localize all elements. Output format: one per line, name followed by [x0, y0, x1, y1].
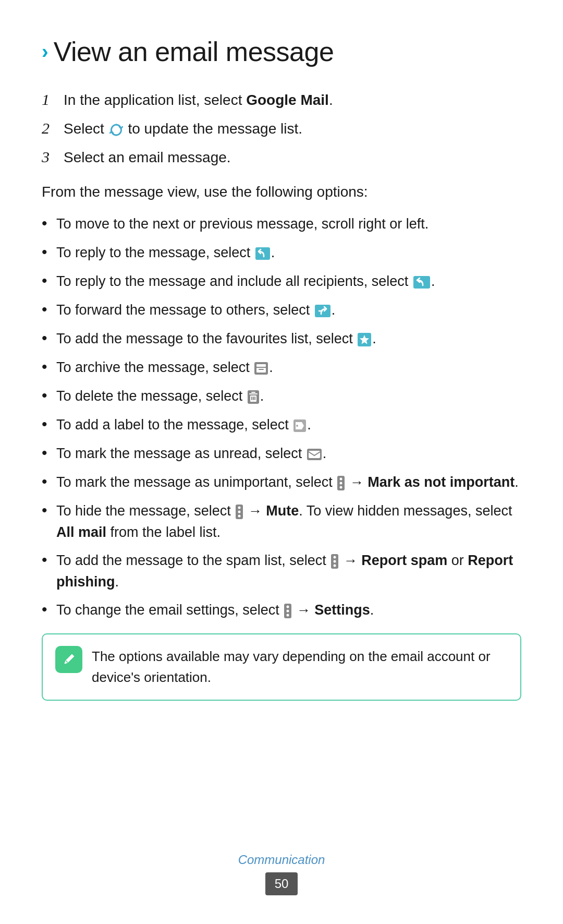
- list-item: To delete the message, select .: [42, 383, 521, 407]
- bullet-text: To mark the message as unimportant, sele…: [56, 472, 521, 493]
- archive-icon: [254, 362, 268, 375]
- bullet-text: To reply to the message, select .: [56, 242, 521, 263]
- bullet-text: To add a label to the message, select .: [56, 414, 521, 436]
- bullet-text: To reply to the message and include all …: [56, 271, 521, 292]
- step-2-text: Select to update the message list.: [64, 118, 302, 140]
- list-item: To reply to the message and include all …: [42, 269, 521, 292]
- forward-icon: [315, 305, 331, 317]
- svg-point-33: [287, 605, 289, 608]
- step-1-number: 1: [42, 88, 56, 111]
- bullet-text: To change the email settings, select → S…: [56, 599, 521, 621]
- menu-dots-icon-3: [331, 554, 338, 569]
- star-icon: [358, 333, 371, 346]
- page-title-container: › View an email message: [42, 31, 521, 72]
- svg-point-25: [238, 506, 241, 509]
- svg-point-27: [238, 514, 241, 517]
- list-item: To mark the message as unimportant, sele…: [42, 470, 521, 493]
- list-item: To add the message to the spam list, sel…: [42, 548, 521, 592]
- svg-rect-13: [251, 397, 252, 400]
- svg-rect-14: [253, 397, 254, 400]
- svg-rect-15: [254, 397, 255, 400]
- svg-rect-11: [251, 392, 255, 393]
- step-2-number: 2: [42, 116, 56, 140]
- svg-rect-6: [256, 364, 266, 367]
- step-1: 1 In the application list, select Google…: [42, 88, 521, 111]
- steps-container: 1 In the application list, select Google…: [42, 88, 521, 169]
- svg-point-35: [287, 614, 289, 616]
- list-item: To move to the next or previous message,…: [42, 211, 521, 235]
- bullet-text: To move to the next or previous message,…: [56, 213, 521, 235]
- refresh-icon: [109, 123, 123, 137]
- options-list: To move to the next or previous message,…: [42, 211, 521, 621]
- from-message-text: From the message view, use the following…: [42, 181, 521, 203]
- step-1-text: In the application list, select Google M…: [64, 89, 333, 111]
- footer-page: 50: [265, 872, 298, 895]
- chevron-icon: ›: [42, 37, 48, 67]
- bullet-text: To delete the message, select .: [56, 386, 521, 407]
- list-item: To archive the message, select .: [42, 355, 521, 378]
- bullet-text: To archive the message, select .: [56, 357, 521, 378]
- bullet-text: To add the message to the spam list, sel…: [56, 550, 521, 592]
- unread-icon: [307, 449, 322, 460]
- list-item: To add the message to the favourites lis…: [42, 326, 521, 350]
- step-2: 2 Select to update the message list.: [42, 116, 521, 140]
- bullet-text: To add the message to the favourites lis…: [56, 328, 521, 350]
- note-icon: [55, 646, 82, 673]
- bullet-text: To hide the message, select → Mute. To v…: [56, 500, 521, 543]
- list-item: To change the email settings, select → S…: [42, 597, 521, 621]
- svg-rect-8: [259, 369, 264, 370]
- reply-icon: [255, 247, 270, 260]
- menu-dots-icon-4: [284, 604, 291, 618]
- label-icon: [293, 419, 306, 432]
- bullet-text: To forward the message to others, select…: [56, 299, 521, 321]
- menu-dots-icon: [337, 476, 345, 490]
- step-3: 3 Select an email message.: [42, 145, 521, 169]
- list-item: To reply to the message, select .: [42, 240, 521, 263]
- step-3-number: 3: [42, 145, 56, 169]
- svg-point-23: [340, 486, 342, 488]
- list-item: To mark the message as unread, select .: [42, 441, 521, 464]
- svg-point-31: [334, 564, 336, 567]
- svg-rect-7: [256, 368, 266, 373]
- step-3-text: Select an email message.: [64, 147, 231, 169]
- list-item: To hide the message, select → Mute. To v…: [42, 498, 521, 543]
- svg-point-26: [238, 510, 241, 513]
- bullet-text: To mark the message as unread, select .: [56, 443, 521, 464]
- footer: Communication 50: [0, 850, 563, 895]
- list-item: To forward the message to others, select…: [42, 297, 521, 321]
- note-box: The options available may vary depending…: [42, 633, 521, 701]
- footer-section: Communication: [238, 850, 325, 869]
- svg-point-22: [340, 482, 342, 484]
- svg-point-34: [287, 609, 289, 612]
- note-text: The options available may vary depending…: [92, 646, 508, 688]
- reply-all-icon: [413, 276, 430, 289]
- svg-rect-10: [249, 393, 258, 394]
- menu-dots-icon-2: [236, 505, 243, 519]
- svg-rect-19: [309, 451, 320, 458]
- svg-point-30: [334, 560, 336, 562]
- page-title: View an email message: [54, 31, 334, 72]
- svg-point-21: [340, 477, 342, 480]
- list-item: To add a label to the message, select .: [42, 412, 521, 436]
- delete-icon: [248, 390, 259, 404]
- svg-point-17: [296, 425, 298, 427]
- svg-point-29: [334, 556, 336, 558]
- pencil-note-icon: [59, 650, 78, 669]
